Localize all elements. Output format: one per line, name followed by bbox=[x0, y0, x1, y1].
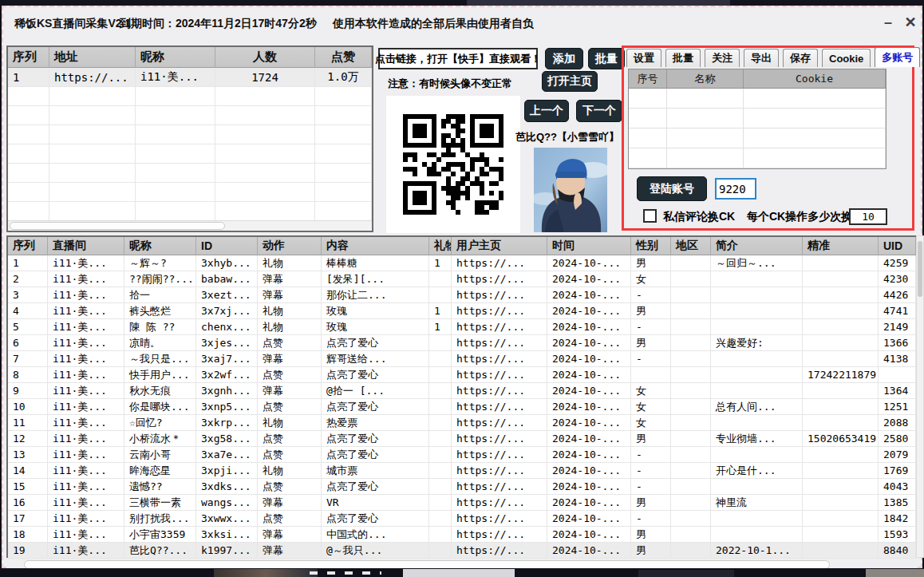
data-row[interactable]: 18i11·美...小宇宙33593xksi...弹幕中国式的...https:… bbox=[8, 527, 916, 543]
account-tabs: 设置批量关注导出保存Cookie多账号 bbox=[626, 49, 924, 69]
cell: 9 bbox=[8, 383, 48, 399]
data-row[interactable]: 19i11·美...芭比Q??...k1997...弹幕@～我只...https… bbox=[8, 543, 916, 559]
cell bbox=[8, 183, 49, 202]
cell bbox=[711, 367, 803, 383]
disclaimer-text: 使用本软件造成的全部后果由使用者自负 bbox=[333, 17, 534, 31]
add-button[interactable]: 添加 bbox=[545, 48, 583, 69]
login-account-button[interactable]: 登陆账号 bbox=[637, 176, 707, 201]
data-row[interactable]: 17i11·美...别打扰我...3xwwx...点赞点亮了爱心https://… bbox=[8, 511, 916, 527]
next-button[interactable]: 下一个 bbox=[576, 100, 622, 122]
room-row-empty[interactable] bbox=[8, 106, 372, 125]
cell: 2024-10-... bbox=[547, 335, 631, 351]
avatar-image bbox=[534, 148, 607, 232]
tab-Cookie[interactable]: Cookie bbox=[822, 49, 871, 67]
scrollbar-thumb[interactable] bbox=[918, 241, 922, 297]
acct-row-empty[interactable] bbox=[629, 148, 886, 168]
cell bbox=[803, 479, 879, 495]
tab-设置[interactable]: 设置 bbox=[626, 49, 661, 67]
acct-row-empty[interactable] bbox=[629, 89, 886, 109]
cell bbox=[315, 164, 372, 183]
cell: 2024-10-... bbox=[547, 303, 631, 319]
cell: 三横带一素 bbox=[124, 495, 196, 511]
cell: 点赞 bbox=[258, 431, 322, 447]
data-row[interactable]: 12i11·美...小桥流水＊3xg58...点赞点亮了爱心https://..… bbox=[8, 431, 916, 447]
cell: i11·美... bbox=[48, 367, 124, 383]
data-row[interactable]: 1i11·美...～辉～?3xhyb...礼物棒棒糖1https://...20… bbox=[8, 255, 916, 271]
cell: 男 bbox=[631, 495, 671, 511]
cell bbox=[671, 543, 711, 559]
cell: 礼物 bbox=[258, 463, 322, 479]
room-row-empty[interactable] bbox=[8, 87, 372, 106]
tab-保存[interactable]: 保存 bbox=[783, 49, 818, 67]
cell bbox=[671, 415, 711, 431]
tab-多账号[interactable]: 多账号 bbox=[875, 47, 920, 67]
room-row-empty[interactable] bbox=[8, 202, 372, 221]
cell bbox=[803, 495, 879, 511]
cell: 3x2wf... bbox=[196, 367, 258, 383]
cell: 2024-10-... bbox=[547, 415, 631, 431]
cell: i11·美... bbox=[48, 463, 124, 479]
batch-button[interactable]: 批量 bbox=[588, 48, 625, 69]
cell: ～我只是... bbox=[124, 351, 196, 367]
column-header: 礼物价 bbox=[429, 237, 452, 255]
cell bbox=[744, 109, 886, 128]
tab-关注[interactable]: 关注 bbox=[705, 49, 740, 67]
open-link-button[interactable]: 点击链接，打开【快手】直接观看！ bbox=[378, 48, 538, 69]
cell: 10 bbox=[8, 399, 48, 415]
data-row[interactable]: 14i11·美...眸海恋星3xpji...礼物城市票https://...20… bbox=[8, 463, 916, 479]
cell: 11 bbox=[8, 415, 48, 431]
cell bbox=[744, 148, 886, 168]
acct-header-row: 序号名称Cookie bbox=[629, 69, 886, 89]
room-row-empty[interactable] bbox=[8, 125, 372, 144]
data-row[interactable]: 3i11·美...拾一3xezt...弹幕那你让二...https://...2… bbox=[8, 287, 916, 303]
tab-导出[interactable]: 导出 bbox=[744, 49, 779, 67]
cell bbox=[629, 148, 667, 168]
room-row[interactable]: 1https://...i11·美...17241.0万 bbox=[8, 68, 372, 87]
data-row[interactable]: 16i11·美...三横带一素wangs...弹幕VRhttps://...20… bbox=[8, 495, 916, 511]
close-button[interactable]: ✕ bbox=[900, 12, 921, 33]
data-row[interactable]: 7i11·美...～我只是...3xaj7...弹幕辉哥送给...https:/… bbox=[8, 351, 916, 367]
minimize-button[interactable]: – bbox=[878, 12, 898, 33]
data-row[interactable]: 11i11·美...☆回忆?3xkrp...礼物热爱票https://...20… bbox=[8, 415, 916, 431]
tab-批量[interactable]: 批量 bbox=[665, 49, 701, 67]
cell bbox=[429, 495, 452, 511]
data-row[interactable]: 2i11·美...??闹闹??...babaw...弹幕[发呆][...http… bbox=[8, 271, 916, 287]
data-row[interactable]: 13i11·美...云南小哥3xa7e...点赞点亮了爱心https://...… bbox=[8, 447, 916, 463]
cell: 3xg58... bbox=[196, 431, 258, 447]
room-row-empty[interactable] bbox=[8, 164, 372, 183]
cell: 3xkrp... bbox=[196, 415, 258, 431]
cell: 点亮了爱心 bbox=[322, 335, 429, 351]
cell: 裤头憋烂 bbox=[124, 303, 196, 319]
data-row[interactable]: 9i11·美...秋水无痕3xgnh...弹幕@拾一 [...https://.… bbox=[8, 383, 916, 399]
cell: 小宇宙3359 bbox=[124, 527, 196, 543]
column-header: 直播间 bbox=[48, 237, 124, 255]
titlebar: 稀饭KS直播间采集V2.1 到期时间：2024年11月2日17时47分2秒 使用… bbox=[2, 6, 922, 44]
ck-checkbox[interactable] bbox=[643, 209, 657, 223]
prev-button[interactable]: 上一个 bbox=[524, 100, 569, 122]
cell: https://... bbox=[452, 447, 547, 463]
scrollbar-thumb[interactable] bbox=[10, 222, 225, 230]
ck-count-input[interactable] bbox=[849, 208, 887, 225]
open-home-button[interactable]: 打开主页 bbox=[542, 71, 598, 92]
data-row[interactable]: 4i11·美...裤头憋烂3x7xj...礼物玫瑰1https://...202… bbox=[8, 303, 916, 319]
cell: https://... bbox=[452, 415, 547, 431]
acct-row-empty[interactable] bbox=[629, 109, 886, 128]
room-table-hscrollbar[interactable] bbox=[8, 220, 372, 231]
cell: https://... bbox=[452, 383, 547, 399]
data-row[interactable]: 5i11·美...陳 陈 ??chenx...礼物玫瑰1https://...2… bbox=[8, 319, 916, 335]
data-table-vscrollbar[interactable] bbox=[916, 235, 924, 558]
cell: 2079 bbox=[879, 447, 916, 463]
acct-row-empty[interactable] bbox=[629, 128, 886, 148]
cell: 17242211879 bbox=[803, 367, 879, 383]
cookie-table-header: 序号名称Cookie bbox=[629, 69, 886, 89]
cell: - bbox=[631, 479, 671, 495]
cell: 开心是什... bbox=[711, 463, 803, 479]
data-row[interactable]: 15i11·美...遗憾??3xdks...点赞点亮了爱心https://...… bbox=[8, 479, 916, 495]
data-row[interactable]: 8i11·美...快手用户...3x2wf...点赞点亮了爱心https://.… bbox=[8, 367, 916, 383]
room-row-empty[interactable] bbox=[8, 144, 372, 164]
room-row-empty[interactable] bbox=[8, 183, 372, 202]
login-count-input[interactable] bbox=[715, 178, 756, 200]
cell: 女 bbox=[631, 415, 671, 431]
data-row[interactable]: 10i11·美...你是哪块...3xnp5...点赞点亮了爱心https://… bbox=[8, 399, 916, 415]
data-row[interactable]: 6i11·美...凉睛。3xjes...点赞点亮了爱心https://...20… bbox=[8, 335, 916, 351]
